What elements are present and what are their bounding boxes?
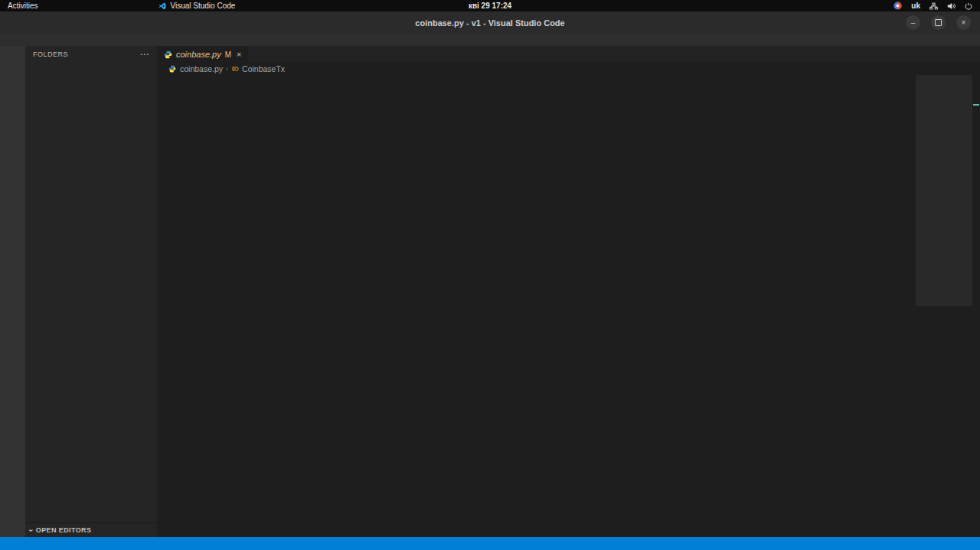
vscode-window: coinbase.py - v1 - Visual Studio Code – …	[0, 11, 980, 550]
sidebar-explorer: FOLDERS ⋯ › OPEN EDITORS	[25, 46, 157, 537]
python-file-icon	[168, 65, 177, 73]
tab-coinbase-py[interactable]: coinbase.py M ×	[157, 46, 248, 63]
minimize-button[interactable]: –	[906, 15, 920, 30]
open-editors-header[interactable]: › OPEN EDITORS	[25, 522, 157, 537]
window-title: coinbase.py - v1 - Visual Studio Code	[415, 18, 564, 28]
network-icon[interactable]	[929, 2, 938, 10]
activity-bar	[0, 46, 25, 537]
keyboard-layout-indicator[interactable]: uk	[911, 2, 920, 10]
maximize-button[interactable]	[931, 15, 946, 30]
breadcrumb[interactable]: coinbase.py › CoinbaseTx	[157, 63, 980, 75]
cursor-marker	[973, 104, 979, 106]
menu-bar	[0, 34, 980, 46]
vscode-logo-icon	[158, 2, 166, 10]
minimap-slider[interactable]	[916, 75, 972, 306]
chevron-right-icon: ›	[226, 65, 228, 73]
chevron-down-icon: ›	[27, 529, 35, 532]
folders-section-header[interactable]: FOLDERS ⋯	[25, 46, 157, 63]
class-symbol-icon	[231, 65, 239, 73]
folders-more-actions-icon[interactable]: ⋯	[140, 49, 150, 60]
close-tab-icon[interactable]: ×	[237, 50, 241, 59]
title-bar[interactable]: coinbase.py - v1 - Visual Studio Code – …	[0, 11, 980, 34]
code-editor[interactable]	[157, 75, 980, 537]
modified-badge: M	[225, 50, 231, 59]
close-button[interactable]: ×	[956, 15, 971, 30]
power-icon[interactable]	[965, 2, 972, 10]
recording-indicator-icon[interactable]	[893, 2, 902, 10]
focused-app[interactable]: Visual Studio Code	[158, 2, 235, 10]
editor-group: coinbase.py M × coinbase.py › CoinbaseTx	[157, 46, 980, 537]
volume-icon[interactable]	[947, 2, 956, 10]
status-bar	[0, 537, 980, 550]
activities-button[interactable]: Activities	[8, 2, 38, 10]
tab-bar: coinbase.py M ×	[157, 46, 980, 63]
overview-ruler[interactable]	[972, 75, 980, 537]
python-file-icon	[163, 50, 172, 59]
ubuntu-top-bar: Activities Visual Studio Code кві 29 17:…	[0, 0, 980, 11]
minimap[interactable]	[916, 75, 972, 537]
